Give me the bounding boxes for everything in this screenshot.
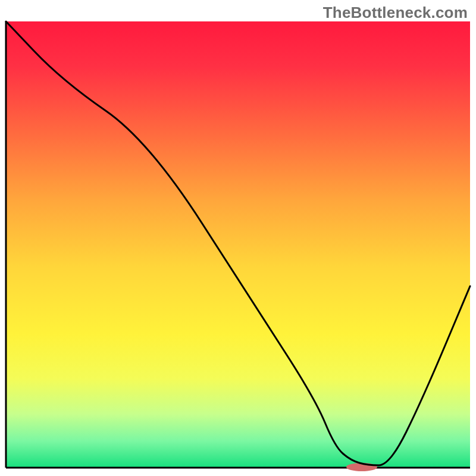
- watermark-text: TheBottleneck.com: [323, 4, 468, 22]
- chart-stage: TheBottleneck.com: [0, 0, 476, 476]
- bottleneck-chart: [0, 0, 476, 476]
